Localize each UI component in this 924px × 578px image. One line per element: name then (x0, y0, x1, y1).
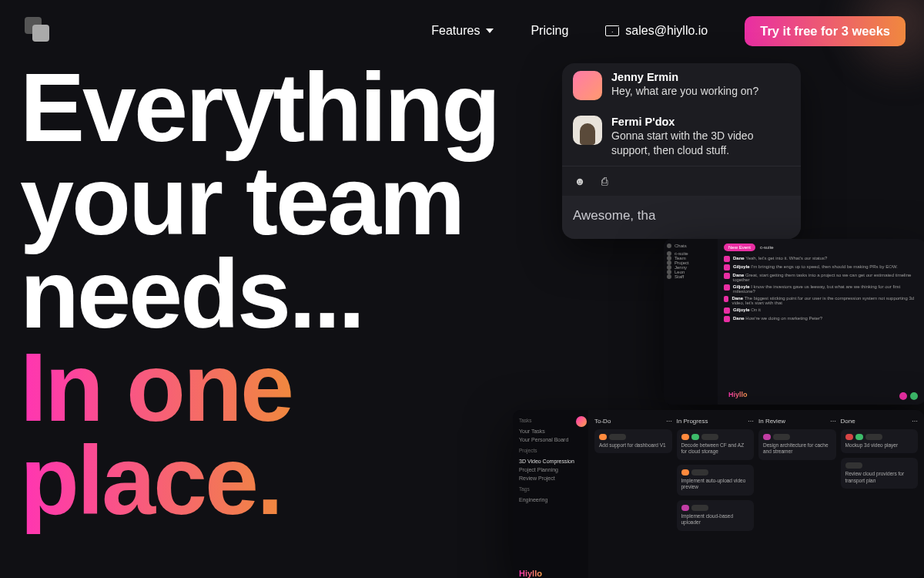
kanban-card[interactable]: Mockup 3d video player (841, 429, 919, 453)
chip-icon (773, 434, 790, 440)
avatar (724, 307, 730, 314)
chip-icon (691, 434, 699, 440)
log-line: Giljoyle I'm bringing the engs up to spe… (724, 264, 919, 271)
card-text: Implement cloud-based uploader (681, 513, 750, 526)
kanban-card[interactable]: Implement auto-upload video preview (677, 465, 755, 496)
hero-line2: your team (20, 146, 463, 255)
kb-side-item[interactable]: 3D Video Compression (519, 457, 582, 465)
card-text: Decode between CF and AZ for cloud stora… (681, 442, 750, 455)
chip-icon (599, 434, 607, 440)
chat-message: Fermi P'dox Gonna start with the 3D vide… (562, 108, 801, 166)
kanban-col-title: Done⋯ (841, 418, 919, 425)
avatar (724, 256, 730, 262)
status-dot-icon (910, 392, 918, 400)
avatar (573, 116, 602, 145)
brand-label: Hiyllo (519, 569, 542, 578)
kb-side-item[interactable]: Engineering (519, 496, 582, 504)
top-nav: Features Pricing sales@hiyllo.io Try it … (0, 0, 924, 62)
chat-message: Jenny Ermin Hey, what are you working on… (562, 63, 801, 108)
chat-input-text: Awesome, tha (573, 208, 655, 223)
hero-heading: Everything your team needs... In one pla… (20, 62, 498, 528)
kanban-card[interactable]: Decode between CF and AZ for cloud stora… (677, 429, 755, 460)
avatar (724, 273, 730, 279)
chip-icon (763, 434, 771, 440)
chip-icon (701, 434, 718, 440)
nav-features[interactable]: Features (431, 24, 494, 38)
dot-icon (667, 274, 671, 279)
kanban-column: Done⋯Mockup 3d video playerReview cloud … (841, 418, 919, 570)
cta-label: Try it free for 3 weeks (760, 24, 890, 38)
card-text: Mockup 3d video player (845, 442, 914, 449)
log-line: Dane How're we doing on marketing Peter? (724, 316, 919, 322)
hero-line4a: In one (20, 333, 292, 442)
logo-icon[interactable] (25, 17, 52, 45)
kanban-col-title: In Review⋯ (758, 418, 836, 425)
attach-file-icon[interactable]: ⎙ (598, 174, 611, 188)
avatar (724, 264, 730, 271)
kb-side-item[interactable]: Your Personal Board (519, 435, 582, 444)
chip-icon (691, 469, 708, 476)
kanban-columns: To-Do⋯Add support for dashboard V1In Pro… (588, 410, 924, 578)
card-text: Add support for dashboard V1 (599, 442, 668, 449)
nav-email-label: sales@hiyllo.io (625, 24, 708, 38)
kanban-column: In Progress⋯Decode between CF and AZ for… (677, 418, 755, 570)
chip-icon (845, 434, 853, 440)
chip-icon (865, 434, 882, 440)
chat-preview-card: Jenny Ermin Hey, what are you working on… (562, 63, 801, 239)
new-event-button[interactable]: New Event (724, 244, 755, 251)
channel-name: c-suite (760, 245, 774, 250)
cta-button[interactable]: Try it free for 3 weeks (745, 16, 906, 46)
dot-icon (667, 244, 671, 248)
kanban-card[interactable]: Design architecture for cache and stream… (758, 429, 836, 460)
log-line: Giljoyle On it (724, 307, 919, 314)
chat-input[interactable]: Awesome, tha (562, 196, 801, 239)
avatar (576, 416, 587, 427)
kanban-card[interactable]: Add support for dashboard V1 (594, 429, 672, 453)
nav-pricing[interactable]: Pricing (531, 24, 568, 38)
nav-features-label: Features (431, 24, 480, 38)
kb-side-item[interactable]: Project Planning (519, 465, 582, 474)
kanban-col-title: To-Do⋯ (594, 418, 672, 425)
avatar (573, 71, 602, 100)
mail-icon (605, 25, 619, 36)
chat-msg-text: Hey, what are you working on? (611, 84, 758, 99)
kb-hdr: Tasks (519, 418, 582, 423)
brand-label: Hiyllo (728, 391, 748, 398)
nav-pricing-label: Pricing (531, 24, 568, 38)
chip-icon (691, 505, 708, 511)
kb-hdr: Projects (519, 448, 582, 453)
kanban-column: In Review⋯Design architecture for cache … (758, 418, 836, 570)
kanban-sidebar: Tasks Your TasksYour Personal Board Proj… (513, 410, 588, 578)
log-line: Dane Yeah, let's get into it. What's our… (724, 256, 919, 262)
chip-icon (845, 462, 862, 469)
kanban-col-title: In Progress⋯ (677, 418, 755, 425)
kanban-card[interactable]: Review cloud providers for transport pla… (841, 458, 919, 489)
chip-icon (681, 434, 689, 440)
log-line: Dane The biggest sticking point for our … (724, 296, 919, 305)
chat-msg-text: Gonna start with the 3D video support, t… (611, 129, 790, 158)
card-text: Implement auto-upload video preview (681, 478, 750, 491)
card-text: Review cloud providers for transport pla… (845, 471, 914, 484)
avatar (724, 316, 730, 322)
avatar (724, 296, 728, 302)
kanban-preview: Tasks Your TasksYour Personal Board Proj… (513, 410, 924, 578)
hero-line4b: place. (20, 426, 281, 535)
chat-msg-name: Jenny Ermin (611, 71, 758, 83)
kb-side-item[interactable]: Your Tasks (519, 427, 582, 435)
nav-right: Features Pricing sales@hiyllo.io Try it … (431, 16, 906, 46)
kb-hdr: Tags (519, 486, 582, 492)
chip-icon (609, 434, 626, 440)
chevron-down-icon (486, 29, 494, 33)
proj-side-item[interactable]: Staff (667, 274, 715, 279)
chat-log: Dane Yeah, let's get into it. What's our… (724, 256, 919, 322)
log-line: Giljoyle I know the investors gave us le… (724, 284, 919, 294)
avatar (724, 284, 730, 291)
proj-status-dots (899, 392, 918, 400)
kb-side-item[interactable]: Review Project (519, 474, 582, 482)
chat-msg-name: Fermi P'dox (611, 116, 790, 128)
kanban-card[interactable]: Implement cloud-based uploader (677, 500, 755, 531)
nav-email[interactable]: sales@hiyllo.io (605, 24, 708, 38)
emoji-icon[interactable]: ☻ (573, 174, 587, 188)
card-text: Design architecture for cache and stream… (763, 442, 832, 455)
log-line: Dane Great, start getting them tasks int… (724, 273, 919, 282)
